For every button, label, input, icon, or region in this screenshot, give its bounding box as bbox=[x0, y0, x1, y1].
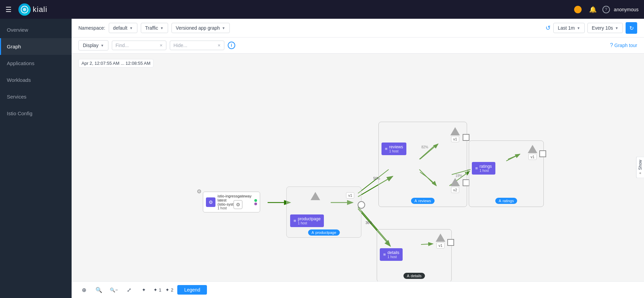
kiali-logo: kiali bbox=[18, 3, 47, 16]
content-area: Namespace: default ▼ Traffic ▼ Versioned… bbox=[72, 19, 644, 298]
hamburger-menu[interactable]: ☰ bbox=[5, 5, 12, 14]
productpage-host: 1 host bbox=[298, 221, 321, 225]
bell-icon: 🔔 bbox=[589, 6, 597, 13]
refresh-button[interactable]: ↻ bbox=[626, 22, 637, 34]
sidebar-item-workloads[interactable]: Workloads bbox=[0, 72, 72, 88]
istio-gateway-node[interactable]: ⚙ istio-ingressgateway latest (istio-sys… bbox=[203, 192, 260, 212]
fit-icon: ⊕ bbox=[82, 287, 86, 293]
ratings-service-square bbox=[539, 150, 546, 157]
user-menu[interactable]: anonymous bbox=[614, 7, 639, 12]
ratings-v1-label: v1 bbox=[528, 154, 537, 160]
graph-timestamp: Apr 2, 12:07:55 AM ... 12:08:55 AM bbox=[78, 59, 153, 68]
reviews-v2-triangle bbox=[450, 178, 460, 186]
bottom-toolbar: ⊕ 🔍 🔍− ⤢ ✦ ✦ 1 ✦ bbox=[72, 281, 644, 298]
productpage-app-badge: A productpage bbox=[308, 229, 340, 236]
svg-text:36%: 36% bbox=[365, 221, 372, 225]
fit-view-button[interactable]: ⊕ bbox=[78, 284, 89, 295]
namespace-dropdown[interactable]: default ▼ bbox=[109, 23, 137, 33]
badge-2-count: ✦ 2 bbox=[165, 287, 173, 293]
theme-toggle-button[interactable] bbox=[572, 4, 583, 15]
sun-icon bbox=[574, 6, 582, 13]
reviews-service-node[interactable]: ≡ reviews 1 host bbox=[381, 143, 406, 155]
show-panel[interactable]: Show « bbox=[636, 157, 644, 178]
productpage-service-circle bbox=[358, 201, 365, 209]
workload-icon: ≡ bbox=[475, 166, 478, 171]
ratings-app-badge: A ratings bbox=[495, 197, 517, 204]
productpage-v1-label: v1 bbox=[346, 192, 354, 198]
reviews-label: reviews bbox=[389, 145, 403, 149]
details-label: details bbox=[388, 250, 400, 255]
chevron-down-icon: ▼ bbox=[130, 26, 133, 30]
svg-point-1 bbox=[23, 8, 26, 11]
workload-icon: ≡ bbox=[385, 146, 388, 151]
graph-type-dropdown[interactable]: Versioned app graph ▼ bbox=[171, 23, 230, 33]
graph-tour-button[interactable]: ? Graph tour bbox=[610, 42, 637, 48]
chevron-down-icon: ▼ bbox=[222, 26, 225, 30]
node-layout-button[interactable]: ✦ bbox=[138, 284, 149, 295]
top-bar: ☰ kiali 🔔 ? anonymous bbox=[0, 0, 644, 19]
reviews-v1-service-square bbox=[463, 134, 469, 141]
details-app-badge: A details bbox=[403, 272, 425, 279]
ratings-label: ratings bbox=[480, 164, 492, 169]
chevron-down-icon: ▼ bbox=[615, 26, 618, 30]
badge-icon2: ✦ bbox=[165, 287, 169, 293]
graph-edges: 82% 19% 36% 50% bbox=[72, 54, 644, 281]
gateway-label1: istio-ingressgateway bbox=[218, 194, 252, 198]
details-v1-label: v1 bbox=[436, 242, 445, 249]
refresh-interval-dropdown[interactable]: Every 10s ▼ bbox=[587, 23, 623, 33]
sidebar-item-istio-config[interactable]: Istio Config bbox=[0, 105, 72, 122]
ratings-group: v1 ≡ ratings 1 host bbox=[469, 140, 544, 207]
display-dropdown[interactable]: Display ▼ bbox=[78, 40, 108, 50]
workload-icon: ≡ bbox=[383, 252, 386, 257]
productpage-service-node[interactable]: ≡ productpage 1 host bbox=[290, 214, 324, 227]
details-service-node[interactable]: ≡ details 1 host bbox=[380, 248, 403, 261]
ratings-service-node[interactable]: ≡ ratings 1 host bbox=[472, 162, 495, 175]
productpage-app-label: productpage bbox=[315, 230, 336, 235]
chevron-down-icon: ▼ bbox=[101, 44, 104, 47]
sidebar: Overview Graph Applications Workloads Se… bbox=[0, 19, 72, 298]
details-host: 1 host bbox=[388, 255, 400, 259]
reviews-app-label: reviews bbox=[418, 199, 431, 203]
help-icon[interactable]: ? bbox=[602, 6, 610, 13]
graph-tour-help-icon: ? bbox=[610, 42, 613, 48]
sidebar-item-overview[interactable]: Overview bbox=[0, 21, 72, 38]
history-icon: ↺ bbox=[545, 24, 551, 32]
connection-icon: ⚙ bbox=[234, 200, 242, 209]
legend-button[interactable]: Legend bbox=[177, 285, 207, 295]
reviews-host: 1 host bbox=[389, 149, 403, 153]
hide-input[interactable]: Hide... ✕ bbox=[170, 41, 224, 50]
show-panel-label: Show bbox=[638, 160, 643, 170]
hide-clear-icon: ✕ bbox=[218, 43, 221, 48]
chevron-down-icon: ▼ bbox=[577, 26, 580, 30]
graph-display-toolbar: Display ▼ Find... ✕ Hide... ✕ i ? Graph … bbox=[72, 38, 644, 54]
notifications-button[interactable]: 🔔 bbox=[587, 4, 598, 15]
reviews-v1-triangle bbox=[450, 127, 460, 135]
badge-1-count: ✦ 1 bbox=[153, 287, 161, 293]
sidebar-item-services[interactable]: Services bbox=[0, 88, 72, 105]
reviews-app-badge: A reviews bbox=[411, 197, 435, 204]
details-app-label: details bbox=[411, 274, 422, 278]
expand-button[interactable]: ⤢ bbox=[123, 284, 134, 295]
graph-canvas[interactable]: Apr 2, 12:07:55 AM ... 12:08:55 AM bbox=[72, 54, 644, 281]
ratings-host: 1 host bbox=[480, 169, 492, 173]
reviews-group: v1 v2 ≡ reviews 1 host bbox=[378, 122, 467, 207]
ratings-v1-triangle bbox=[528, 145, 537, 153]
info-icon[interactable]: i bbox=[228, 42, 235, 49]
zoom-out-button[interactable]: 🔍− bbox=[108, 284, 119, 295]
sidebar-item-applications[interactable]: Applications bbox=[0, 55, 72, 72]
chevron-down-icon: ▼ bbox=[160, 26, 164, 30]
details-v1-triangle bbox=[436, 234, 445, 242]
time-range-dropdown[interactable]: Last 1m ▼ bbox=[553, 23, 585, 33]
show-panel-collapse-icon: « bbox=[639, 172, 641, 175]
find-input[interactable]: Find... ✕ bbox=[112, 41, 166, 50]
productpage-label: productpage bbox=[298, 217, 321, 221]
productpage-group: v1 ≡ productpage 1 host bbox=[286, 187, 361, 238]
zoom-out-icon: 🔍− bbox=[110, 287, 118, 293]
sidebar-item-graph[interactable]: Graph bbox=[0, 38, 72, 55]
traffic-dropdown[interactable]: Traffic ▼ bbox=[141, 23, 168, 33]
find-clear-icon: ✕ bbox=[160, 43, 163, 48]
kiali-logo-icon bbox=[18, 3, 31, 16]
zoom-in-button[interactable]: 🔍 bbox=[93, 284, 104, 295]
reviews-v2-service-square bbox=[463, 179, 469, 186]
graph-toolbar: Namespace: default ▼ Traffic ▼ Versioned… bbox=[72, 19, 644, 38]
